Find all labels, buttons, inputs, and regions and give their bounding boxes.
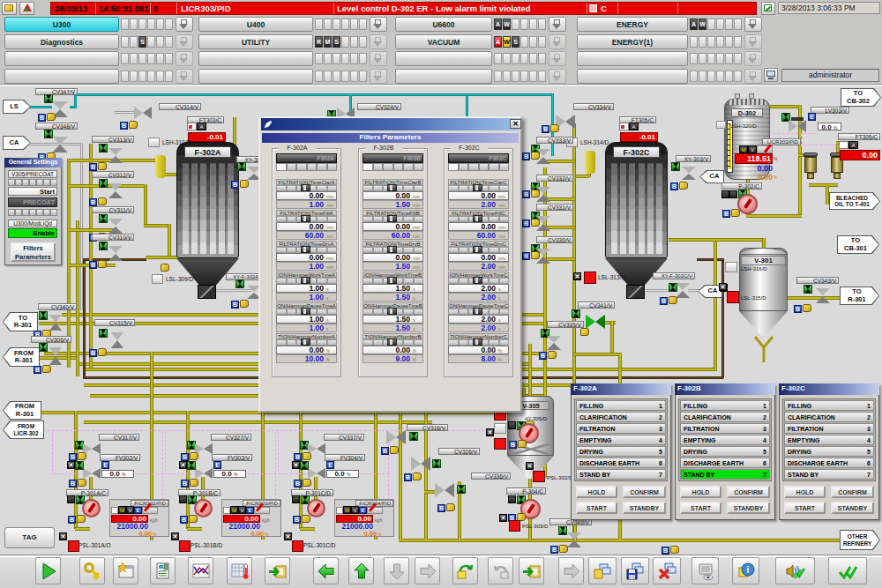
- svg-text:i: i: [746, 564, 749, 574]
